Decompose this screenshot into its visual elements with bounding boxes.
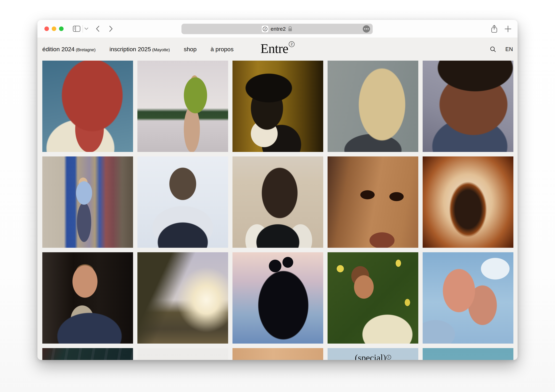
nav-item-a-propos[interactable]: à propos: [211, 46, 234, 53]
special-text: (special): [355, 353, 386, 360]
share-button[interactable]: [490, 25, 498, 33]
language-toggle[interactable]: EN: [505, 46, 513, 52]
photo-tile-r4c5[interactable]: [423, 348, 513, 360]
close-window-button[interactable]: [44, 27, 49, 31]
photo-tile-r1c4[interactable]: [328, 61, 418, 152]
lock-icon: [288, 26, 292, 32]
browser-toolbar: 2 entre2: [37, 20, 518, 38]
site-favicon: 2: [262, 26, 268, 32]
zoom-window-button[interactable]: [59, 27, 64, 31]
nav-label: édition 2024: [42, 46, 74, 52]
safari-window: 2 entre2: [37, 20, 518, 360]
dot: [366, 28, 367, 30]
site-navigation: édition 2024(Bretagne) inscription 2025(…: [37, 38, 518, 61]
photo-tile-r1c1[interactable]: [42, 61, 133, 152]
logo-circled-2: 2: [289, 41, 294, 47]
plus-icon: [504, 25, 511, 32]
desktop-background: 2 entre2: [0, 0, 555, 392]
site-logo[interactable]: Entre 2: [261, 41, 295, 56]
nav-label: shop: [184, 46, 197, 52]
chevron-down-icon: [84, 27, 89, 30]
photo-tile-r2c1[interactable]: [42, 156, 133, 248]
photo-tile-r4c2[interactable]: [137, 348, 228, 360]
chevron-left-icon: [95, 25, 100, 32]
photo-tile-r3c2[interactable]: [137, 252, 228, 344]
nav-right: EN: [490, 46, 513, 53]
chevron-right-icon: [109, 25, 113, 32]
photo-tile-r2c5[interactable]: [423, 156, 513, 248]
photo-tile-r1c3[interactable]: [233, 61, 323, 152]
photo-tile-r1c5[interactable]: [423, 61, 513, 152]
share-icon: [490, 25, 498, 33]
photo-grid: (special)1: [42, 61, 513, 360]
minimize-window-button[interactable]: [52, 27, 56, 31]
url-text: entre2: [271, 26, 286, 32]
photo-tile-r3c3[interactable]: [233, 252, 323, 344]
sidebar-menu-chevron[interactable]: [84, 27, 89, 30]
special-circled-1: 1: [387, 355, 391, 360]
search-icon: [490, 46, 496, 53]
favicon-circled-2: 2: [263, 27, 267, 31]
webpage: édition 2024(Bretagne) inscription 2025(…: [37, 38, 518, 360]
search-button[interactable]: [490, 46, 496, 53]
address-bar[interactable]: 2 entre2: [182, 24, 373, 34]
logo-text: Entre: [261, 41, 288, 56]
photo-tile-r3c1[interactable]: [42, 252, 133, 344]
back-button[interactable]: [95, 25, 100, 32]
nav-item-shop[interactable]: shop: [184, 46, 197, 53]
dot: [364, 28, 365, 30]
photo-tile-r4c3[interactable]: [233, 348, 323, 360]
photo-tile-r3c5[interactable]: [423, 252, 513, 344]
photo-tile-r2c3[interactable]: [233, 156, 323, 248]
sidebar-icon: [73, 25, 81, 32]
nav-label: à propos: [211, 46, 234, 52]
special-tile-label: (special)1: [328, 353, 418, 360]
nav-annotation: (Mayotte): [152, 47, 170, 52]
window-controls: [44, 27, 64, 31]
photo-tile-r1c2[interactable]: [137, 61, 228, 152]
photo-tile-special[interactable]: (special)1: [328, 348, 418, 360]
dot: [368, 28, 369, 30]
nav-annotation: (Bretagne): [76, 47, 95, 52]
toolbar-divider: [82, 25, 83, 33]
page-settings-button[interactable]: [363, 25, 370, 33]
photo-tile-r2c2[interactable]: [137, 156, 228, 248]
nav-label: inscription 2025: [110, 46, 151, 52]
photo-tile-r2c4[interactable]: [328, 156, 418, 248]
forward-button[interactable]: [109, 25, 113, 32]
photo-tile-r4c1[interactable]: [42, 348, 133, 360]
new-tab-button[interactable]: [504, 25, 511, 32]
nav-item-edition-2024[interactable]: édition 2024(Bretagne): [42, 46, 96, 53]
nav-links: édition 2024(Bretagne) inscription 2025(…: [42, 38, 234, 61]
nav-item-inscription-2025[interactable]: inscription 2025(Mayotte): [110, 46, 170, 53]
photo-tile-r3c4[interactable]: [328, 252, 418, 344]
sidebar-toggle-button[interactable]: [73, 25, 81, 32]
